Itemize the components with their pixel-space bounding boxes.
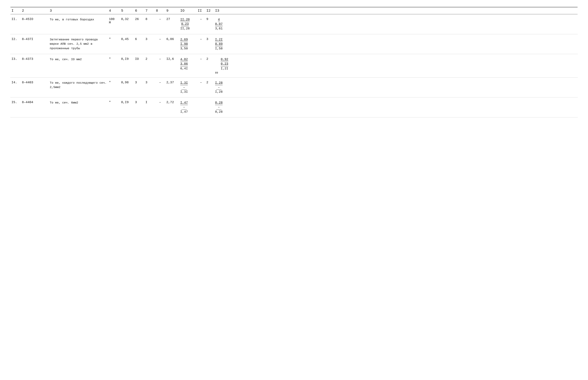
row-description: То же, каждого последующего сеч. 2,5мм2 [49,81,108,90]
row-code: 8–4403 [21,81,49,84]
header-col5: 5 [120,9,134,13]
row-description: Затягивание первого провода марки АПВ се… [49,38,108,51]
row-col9: 2,72 [165,100,179,104]
row-id: II. [10,17,21,21]
row-col6: 3 [134,100,144,104]
row-col5: 0,32 [120,17,134,21]
table-row: I3.8–4373То же, сеч. IO мм2"0,I9IO2–I2,6… [10,54,578,77]
row-col5: 0,45 [120,38,134,41]
header-col1: I [10,9,21,13]
header-col13: I3 [214,9,235,13]
row-col10: I,47–I,47 [179,100,197,114]
header-col9: 9 [165,9,179,13]
row-col11: – [197,81,205,84]
row-col4: 100 М [108,17,120,24]
row-col11: – [197,57,205,61]
table-header: I 2 3 4 5 6 7 8 9 IO II [10,7,578,14]
header-col4: 4 [108,9,120,13]
row-col10: I,3I–I,3I [179,81,197,94]
row-id: I3. [10,57,21,61]
row-col10: 4,823,866,4I [179,57,197,71]
row-col11: – [197,38,205,41]
row-col8: – [155,38,165,41]
row-col7: 8 [144,17,155,21]
row-col6: 26 [134,17,144,21]
row-col12: 2 [205,57,214,61]
row-col8: – [155,81,165,84]
row-col10: II,200,23II,28 [179,17,197,31]
row-col7: 3 [144,38,155,41]
row-col8: – [155,17,165,21]
row-col9: 6,86 [165,38,179,41]
row-description: То же, сеч. 6мм2 [49,100,108,105]
row-col7: 2 [144,57,155,61]
row-id: I4. [10,81,21,84]
table-row: II.8–45IOТо же, в готовых бороздах100 М0… [10,14,578,34]
row-description: То же, в готовых бороздах [49,17,108,22]
row-id: I2. [10,38,21,41]
row-col6: 3 [134,81,144,84]
header-col6: 6 [134,9,144,13]
row-description: То же, сеч. IO мм2 [49,57,108,62]
row-code: 8–437I [21,38,49,41]
row-col4: " [108,100,120,104]
table-body: II.8–45IOТо же, в готовых бороздах100 М0… [10,14,578,117]
row-col13: 0,920,23I,2I89 [214,57,235,74]
header-col7: 7 [144,9,155,13]
header-col3: 3 [49,9,108,13]
table-row: I2.8–437IЗатягивание первого провода мар… [10,34,578,54]
row-col13: 40,073,61 [214,17,235,31]
header-col12: I2 [205,9,214,13]
main-table: I 2 3 4 5 6 7 8 9 IO II [10,7,578,117]
row-code: 8–4373 [21,57,49,61]
row-col5: 0,98 [120,81,134,84]
row-col9: 2,37 [165,81,179,84]
row-col8: – [155,57,165,61]
row-col12: 2 [205,81,214,84]
header-col2: 2 [21,9,49,13]
row-col5: 0,I9 [120,57,134,61]
header-col11: II [197,9,205,13]
row-col11: – [197,17,205,21]
row-col9: 27 [165,17,179,21]
row-col12: 9 [205,17,214,21]
row-col7: I [144,100,155,104]
header-col10: IO [179,9,197,13]
row-code: 8–4404 [21,100,49,104]
row-col5: 0,I9 [120,100,134,104]
row-col13: I,28–I,28 [214,81,235,94]
header-col8: 8 [155,9,165,13]
row-col12: 3 [205,38,214,41]
row-col7: 3 [144,81,155,84]
row-code: 8–45IO [21,17,49,21]
row-id: I5. [10,100,21,104]
row-col6: IO [134,57,144,61]
table-row: I5.8–4404То же, сеч. 6мм2"0,I93I–2,72I,4… [10,97,578,117]
row-col10: 2,69I,983,50 [179,38,197,51]
table-row: I4.8–4403То же, каждого последующего сеч… [10,77,578,97]
row-col4: " [108,57,120,61]
row-col9: I2,6 [165,57,179,61]
row-col13: 0,28–0,28 [214,100,235,114]
row-col6: 6 [134,38,144,41]
row-col13: I,2I0,89I,58 [214,38,235,51]
row-col4: " [108,38,120,41]
row-col8: – [155,100,165,104]
row-col4: " [108,81,120,84]
